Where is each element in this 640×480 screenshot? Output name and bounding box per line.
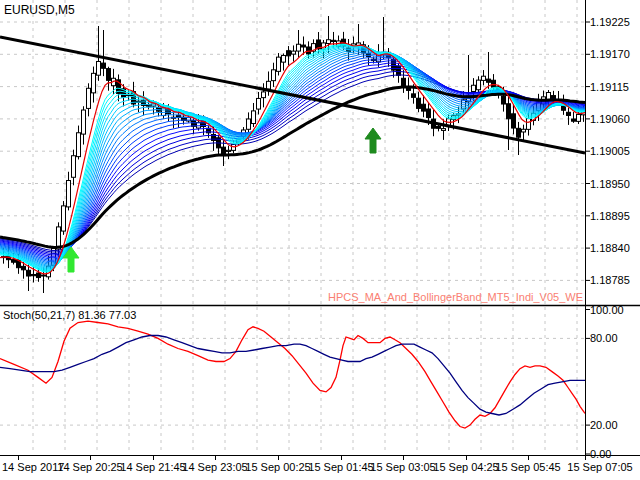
stoch-main-line: [0, 321, 585, 428]
price-axis-label: 1.19225: [590, 16, 630, 28]
price-axis[interactable]: 1.192251.191701.191151.190601.190051.189…: [588, 0, 640, 455]
price-axis-label: 1.19170: [590, 48, 630, 60]
time-axis-label: 14 Sep 21:45: [120, 461, 185, 473]
time-axis-label: 15 Sep 01:45: [308, 461, 373, 473]
time-axis-label: 14 Sep 20:25: [57, 461, 122, 473]
time-axis-label: 15 Sep 03:05: [370, 461, 435, 473]
stoch-axis-label: 80.00: [590, 332, 618, 344]
time-axis-label: 15 Sep 07:05: [567, 461, 632, 473]
ribbon-ma-line: [0, 44, 585, 272]
price-axis-label: 1.18950: [590, 178, 630, 190]
ribbon-ma-line: [0, 47, 585, 268]
mt5-chart-window: EURUSD,M5 HPCS_MA_And_BollingerBand_MT5_…: [0, 0, 640, 480]
price-axis-label: 1.19005: [590, 145, 630, 157]
price-axis-label: 1.18840: [590, 242, 630, 254]
time-axis-label: 15 Sep 05:45: [495, 461, 560, 473]
stoch-axis-label: 100.00: [590, 304, 624, 316]
price-axis-label: 1.19115: [590, 81, 629, 93]
stoch-lines: [0, 321, 585, 428]
price-axis-label: 1.19060: [590, 113, 630, 125]
time-axis-label: 15 Sep 04:25: [433, 461, 498, 473]
ribbon-ma-line: [0, 51, 585, 266]
time-axis-label: 14 Sep 2017: [2, 461, 64, 473]
indicator-watermark: HPCS_MA_And_BollingerBand_MT5_Indi_V05_W…: [328, 291, 583, 303]
ma-ribbon: [0, 43, 585, 274]
symbol-timeframe-label: EURUSD,M5: [4, 4, 75, 16]
stoch-indicator-label: Stoch(50,21,7) 81.36 77.03: [3, 309, 136, 321]
price-axis-label: 1.18785: [590, 274, 630, 286]
time-axis-label: 15 Sep 00:25: [245, 461, 310, 473]
stoch-axis-label: 20.00: [590, 419, 618, 431]
buy-arrow-2: [365, 128, 381, 153]
time-axis-label: 14 Sep 23:05: [182, 461, 247, 473]
time-axis[interactable]: 14 Sep 201714 Sep 20:2514 Sep 21:4514 Se…: [0, 459, 640, 479]
chart-plot-area[interactable]: [0, 0, 640, 480]
ribbon-ma-line: [0, 47, 585, 270]
price-axis-label: 1.18895: [590, 210, 630, 222]
